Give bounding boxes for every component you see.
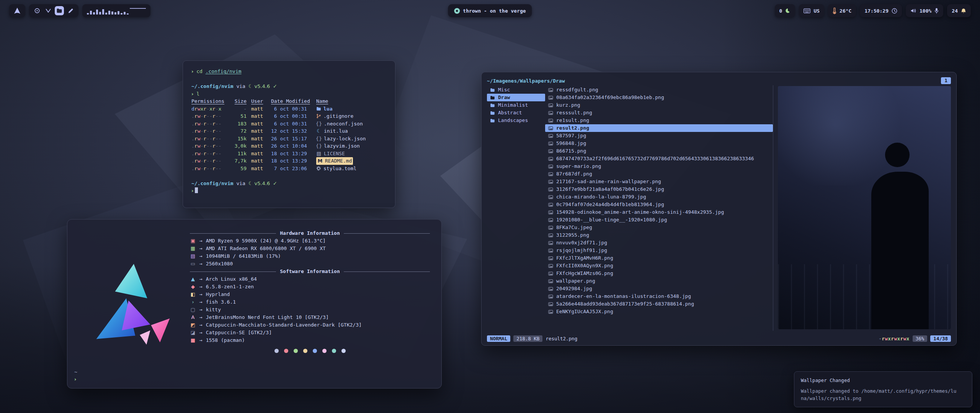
terminal-prompt[interactable]: › <box>191 187 387 195</box>
file-item[interactable]: 20492984.jpg <box>545 285 773 293</box>
volume-value: 100% <box>920 8 931 14</box>
launcher-button[interactable] <box>9 4 25 17</box>
notification-body: Wallpaper changed to /home/matt/.config/… <box>801 387 959 402</box>
file-item[interactable]: 68747470733a2f2f696d616765732d7769786d70… <box>545 155 773 163</box>
workspace-design-button[interactable] <box>66 6 75 15</box>
theme-icon: ◩ <box>190 321 196 329</box>
file-item[interactable]: 5a266e448add93deab367d87173e9f25-6837886… <box>545 300 773 308</box>
terminal-palette-dots <box>190 349 430 353</box>
palette-dot <box>341 349 346 353</box>
notification-popup[interactable]: Wallpaper Changed Wallpaper changed to /… <box>794 371 972 407</box>
shell-icon: › <box>190 298 196 306</box>
file-item[interactable]: 587597.jpg <box>545 132 773 140</box>
folder-icon <box>56 8 62 14</box>
folder-item-draw[interactable]: Draw <box>487 94 545 101</box>
audio-module[interactable]: 100% <box>906 4 943 17</box>
updates-count: 0 <box>779 8 782 14</box>
keyboard-layout-module[interactable]: US <box>799 4 824 17</box>
file-item[interactable]: atardecer-en-la-montanas-ilustracion-634… <box>545 293 773 300</box>
workspace-browser-button[interactable] <box>33 6 42 15</box>
keyboard-layout-label: US <box>813 8 820 14</box>
workspace-chat-button[interactable] <box>44 6 53 15</box>
terminal-window[interactable]: › cd .config/nvim ~/.config/nvim via ☾ v… <box>183 60 395 208</box>
file-item[interactable]: resssult.png <box>545 109 773 117</box>
graph-bar <box>102 9 104 15</box>
position-badge: 14/38 <box>930 335 951 342</box>
file-item[interactable]: 87r687df.png <box>545 170 773 178</box>
folder-item-misc[interactable]: Misc <box>487 86 545 94</box>
graph-bar <box>87 13 89 15</box>
gpu-info-row: ▦→AMD ATI Radeon RX 6800/6800 XT / 6900 … <box>190 245 430 252</box>
graph-bar <box>93 12 95 15</box>
file-item[interactable]: 08a634fa02a32364f69ebc86a98eb1eb.png <box>545 94 773 101</box>
palette-dot <box>313 349 317 353</box>
file-listing: PermissionsSizeUserDate ModifiedNamedrwx… <box>191 98 387 172</box>
microphone-icon <box>934 8 939 14</box>
graph-bar <box>108 11 110 15</box>
listing-row: drwxr-xr-x-matt 6 oct 00:31lua <box>191 105 387 113</box>
file-item[interactable]: kurz.png <box>545 101 773 109</box>
workspace-files-button[interactable] <box>55 6 64 15</box>
file-item[interactable]: chica-mirando-la-luna-8799.jpg <box>545 193 773 201</box>
temperature-module[interactable]: 26°C <box>828 4 856 17</box>
graph-bar <box>124 12 126 15</box>
file-item[interactable]: super-mario.png <box>545 163 773 170</box>
tab-badge[interactable]: 1 <box>941 77 951 84</box>
kernel-info-row: ◆→6.5.8-zen1-1-zen <box>190 283 430 291</box>
file-item[interactable]: 3122955.png <box>545 231 773 239</box>
file-item[interactable]: re1sult.png <box>545 117 773 124</box>
graph-baseline <box>130 8 146 9</box>
file-item[interactable]: 217167-sad-anime-rain-wallpaper.png <box>545 178 773 185</box>
file-item[interactable]: ressdfgult.png <box>545 86 773 94</box>
file-item[interactable]: FXfcHgcWIAMzs0G.png <box>545 270 773 277</box>
package-icon <box>785 8 791 13</box>
file-item[interactable]: wallpaper.png <box>545 277 773 285</box>
system-graph-module[interactable] <box>82 4 150 17</box>
file-item[interactable]: 154928-odinokoe_anime-art-anime-okno-sin… <box>545 208 773 216</box>
updates-module[interactable]: 0 <box>775 4 795 17</box>
notifications-module[interactable]: 24 <box>947 4 971 17</box>
thermometer-icon <box>833 8 836 14</box>
clock-icon <box>892 8 897 14</box>
file-manager-window[interactable]: ~/Imagenes/Wallpapers/Draw 1 MiscDrawMin… <box>481 72 957 346</box>
folder-item-abstract[interactable]: Abstract <box>487 109 545 117</box>
fetch-terminal-window[interactable]: Hardware Information▣→AMD Ryzen 9 5900X … <box>67 219 442 389</box>
permissions-label: -rwxrwxrwx <box>879 336 909 341</box>
file-item[interactable]: FXfcII0X0AQyn9X.png <box>545 262 773 270</box>
file-item[interactable]: 3126f7e9bbf21a8a4af0b67b041c6e26.jpg <box>545 185 773 193</box>
graph-bar <box>114 12 116 15</box>
fetch-prompt[interactable]: ~ › <box>74 368 77 383</box>
folder-item-landscapes[interactable]: Landscapes <box>487 117 545 124</box>
workspaces-module <box>29 4 78 17</box>
listing-row: .rw-r--r--59matt 7 oct 23:06stylua.toml <box>191 165 387 172</box>
clock-module[interactable]: 17:50:29 <box>860 4 902 17</box>
file-item[interactable]: FXfcJlTXgAMvH6R.png <box>545 254 773 262</box>
clock-time: 17:50:29 <box>864 8 889 14</box>
display-icon: ▭ <box>190 260 196 268</box>
terminal-status-line: ~/.config/nvim via ☾ v5.4.6 ✓ <box>191 83 387 90</box>
file-item[interactable]: rsjqojlmjhf91.jpg <box>545 247 773 254</box>
file-item[interactable]: EeNKYgIUcAAJ5JX.png <box>545 308 773 315</box>
icons-info-row: ◪→Catppuccin-SE [GTK2/3] <box>190 329 430 337</box>
file-item[interactable]: nnvuv0xj2df71.jpg <box>545 239 773 247</box>
file-item[interactable]: 8FKa7Cu.jpeg <box>545 224 773 231</box>
file-item[interactable]: 866715.png <box>545 147 773 155</box>
media-title: thrown - on the verge <box>463 8 526 14</box>
file-item[interactable]: 19201080-__blue-tinge__-1920×1080.jpg <box>545 216 773 224</box>
folder-item-minimalist[interactable]: Minimalist <box>487 101 545 109</box>
listing-row: .rw-r--r--7,7kmatt18 oct 13:29MREADME.md <box>191 157 387 165</box>
mode-badge: NORMAL <box>487 335 510 342</box>
display-info-row: ▭→980x413 <box>190 260 430 268</box>
temperature-value: 26°C <box>840 8 851 14</box>
listing-row: .rw-r--r--11kmatt18 oct 13:29▤LICENSE <box>191 150 387 158</box>
media-module[interactable]: thrown - on the verge <box>448 4 532 17</box>
packages-icon: ■ <box>190 337 196 344</box>
listing-row: .rw-r--r--3,0kmatt26 oct 10:04{}lazyvim.… <box>191 142 387 150</box>
listing-row: .rw-r--r--51matt 6 oct 00:31.gitignore <box>191 112 387 120</box>
notifications-count: 24 <box>952 8 958 14</box>
file-item[interactable]: 596848.jpg <box>545 140 773 147</box>
file-item[interactable]: result2.png <box>545 124 773 132</box>
packages-info-row: ■→1558 (pacman) <box>190 337 430 344</box>
selected-filename: result2.png <box>546 336 577 341</box>
file-item[interactable]: 0c794faf07de24a4db4d4fb1eb813964.jpg <box>545 201 773 208</box>
